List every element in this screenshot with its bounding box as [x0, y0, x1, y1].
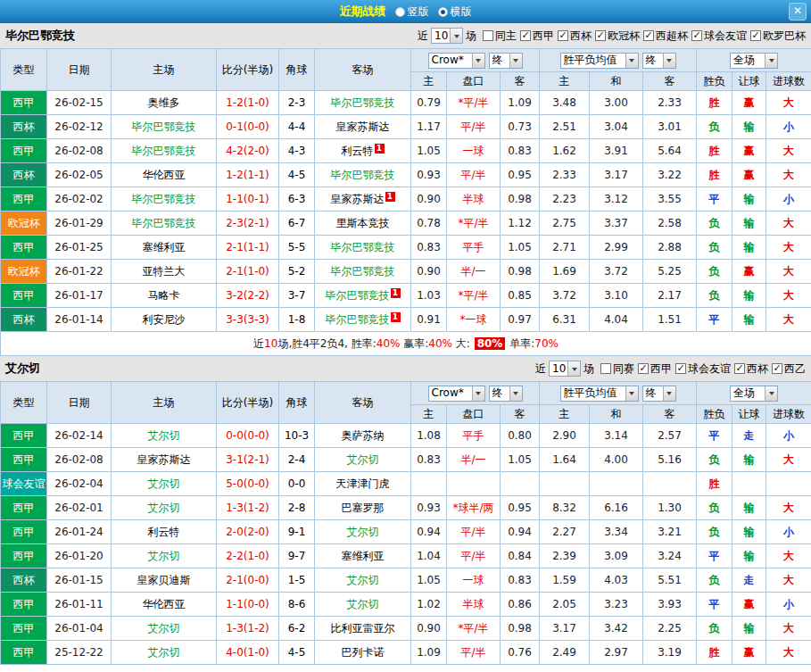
team-band: 艾尔切 近 10 场 同赛✓西甲✓球会友谊✓西杯✓西乙 [0, 356, 811, 381]
team-name-text: 华伦西亚 [143, 169, 186, 181]
filter-checkbox[interactable]: ✓西甲 [638, 361, 672, 377]
radio-label: 竖版 [408, 4, 429, 20]
handicap-result-cell: 输 [732, 496, 766, 520]
odds-company-select[interactable]: Crow* [428, 53, 485, 69]
filter-checkbox[interactable]: 同赛 [600, 361, 634, 377]
team-name-text: 艾尔切 [148, 622, 180, 635]
matches-table: 类型 日期 主场 比分(半场) 角球 客场 Crow*终 胜平负均值终 全场 [0, 381, 811, 665]
match-count-select[interactable]: 10 [549, 361, 581, 377]
goals-result-cell: 大 [766, 544, 811, 568]
avg-home-cell: 2.33 [540, 163, 590, 187]
avg-away-cell: 3.19 [643, 641, 697, 665]
filter-checkbox[interactable]: ✓球会友谊 [675, 361, 731, 377]
filter-label: 西杯 [747, 361, 768, 377]
avg-home-cell: 3.48 [540, 91, 590, 115]
goals-result-cell: 大 [766, 91, 811, 115]
checkbox-icon: ✓ [643, 30, 654, 41]
filter-checkbox[interactable]: ✓欧冠杯 [595, 29, 640, 44]
avg-away-cell: 5.25 [643, 260, 697, 284]
filter-checkbox[interactable]: ✓西超杯 [643, 29, 688, 44]
away-team-cell: 奥萨苏纳 [315, 424, 411, 448]
team-name-text: 奥维多 [148, 96, 180, 109]
goals-result-cell: 大 [766, 641, 811, 665]
layout-radio[interactable]: 竖版 [395, 4, 429, 20]
league-type-cell: 西杯 [1, 163, 47, 187]
handicap-result-cell: 输 [732, 236, 766, 260]
result-cell: 胜 [697, 139, 732, 163]
avg-time-select[interactable]: 终 [642, 386, 676, 402]
home-team-cell: 艾尔切 [112, 496, 217, 520]
match-count-select[interactable]: 10 [431, 28, 463, 44]
filter-checkbox[interactable]: ✓西乙 [772, 361, 806, 377]
goals-result-cell: 小 [766, 520, 811, 544]
filter-checkbox[interactable]: ✓西杯 [734, 361, 768, 377]
team-name-text: 毕尔巴鄂竞技 [326, 313, 390, 326]
result-cell: 胜 [697, 641, 732, 665]
score-cell: 1-2(1-1) [217, 163, 279, 187]
team-name-text: 毕尔巴鄂竞技 [132, 145, 196, 157]
col-header-score: 比分(半场) [217, 49, 279, 91]
handicap-result-cell: 赢 [732, 593, 766, 617]
odds-away-cell: 1.05 [501, 448, 540, 472]
avg-time-select[interactable]: 终 [642, 53, 676, 69]
team-name-text: 毕尔巴鄂竞技 [132, 217, 196, 229]
league-type-cell: 西甲 [1, 448, 47, 472]
scope-select[interactable]: 全场 [730, 53, 778, 69]
away-team-cell: 毕尔巴鄂竞技 [315, 91, 411, 115]
scope-select[interactable]: 全场 [730, 386, 778, 402]
avg-home-cell [540, 472, 590, 496]
odds-time-select[interactable]: 终 [489, 386, 523, 402]
odds-away-cell: 0.95 [501, 163, 540, 187]
filter-checkbox[interactable]: ✓西杯 [558, 29, 592, 44]
avg-draw-cell: 3.00 [590, 91, 643, 115]
matches-tbody: 西甲26-02-15奥维多1-2(1-0)2-3毕尔巴鄂竞技0.79*平/半1.… [1, 91, 811, 332]
red-card-badge: 1 [391, 312, 401, 322]
avg-away-cell: 3.22 [643, 163, 697, 187]
filter-checkbox[interactable]: ✓欧罗巴杯 [750, 29, 806, 44]
corner-cell: 9-7 [279, 544, 315, 568]
odds-company-select[interactable]: Crow* [428, 386, 485, 402]
col-header-type: 类型 [1, 382, 47, 424]
red-card-badge: 1 [385, 192, 395, 202]
filter-checkbox[interactable]: 同主 [483, 29, 517, 44]
date-cell: 26-01-11 [47, 593, 112, 617]
odds-home-cell: 0.90 [411, 617, 447, 641]
odds-home-cell: 1.02 [411, 593, 447, 617]
handicap-result-cell: 走 [732, 568, 766, 593]
checkbox-icon: ✓ [675, 363, 686, 374]
summary-segment: 80% [475, 337, 506, 350]
col-header-avg-draw: 和 [590, 72, 643, 91]
away-team-cell: 皇家苏斯达 [315, 115, 411, 139]
match-row: 西甲26-01-17马略卡3-2(2-2)3-7毕尔巴鄂竞技11.03*平/半0… [1, 284, 811, 308]
odds-away-cell: 0.76 [501, 641, 540, 665]
close-button[interactable]: ✕ [789, 3, 807, 21]
matches-tbody: 西甲26-02-14艾尔切0-0(0-0)10-3奥萨苏纳1.08平手0.802… [1, 424, 811, 665]
near-label: 近 [418, 29, 428, 44]
home-team-cell: 华伦西亚 [112, 163, 217, 187]
odds-away-cell: 1.12 [501, 212, 540, 236]
avg-draw-cell: 3.14 [590, 424, 643, 448]
avg-home-cell: 2.90 [540, 424, 590, 448]
filter-controls: 近 10 场 同赛✓西甲✓球会友谊✓西杯✓西乙 [535, 361, 806, 377]
match-row: 西甲26-01-11华伦西亚1-1(0-0)8-6艾尔切1.02半球0.862.… [1, 593, 811, 617]
team-name-text: 艾尔切 [347, 526, 379, 538]
odds-home-cell [411, 472, 447, 496]
layout-radio[interactable]: 横版 [438, 4, 472, 20]
avg-away-cell: 2.17 [643, 284, 697, 308]
handicap-line-cell: 平/半 [447, 544, 501, 568]
avg-type-select[interactable]: 胜平负均值 [560, 53, 639, 69]
team-name-text: 奥萨苏纳 [342, 429, 385, 442]
avg-home-cell: 1.59 [540, 568, 590, 593]
odds-time-select[interactable]: 终 [489, 53, 523, 69]
avg-type-select[interactable]: 胜平负均值 [560, 386, 639, 402]
team-name-text: 艾尔切 [347, 598, 379, 610]
filter-checkbox[interactable]: ✓西甲 [520, 29, 554, 44]
match-row: 西甲26-02-08毕尔巴鄂竞技4-2(2-0)4-3利云特11.05一球0.8… [1, 139, 811, 163]
away-team-cell: 艾尔切 [315, 448, 411, 472]
filter-checkbox[interactable]: ✓球会友谊 [691, 29, 747, 44]
col-header-result: 胜负 [697, 72, 732, 91]
handicap-result-cell: 赢 [732, 139, 766, 163]
avg-draw-cell: 3.42 [590, 617, 643, 641]
col-header-date: 日期 [47, 49, 112, 91]
league-type-cell: 西甲 [1, 593, 47, 617]
